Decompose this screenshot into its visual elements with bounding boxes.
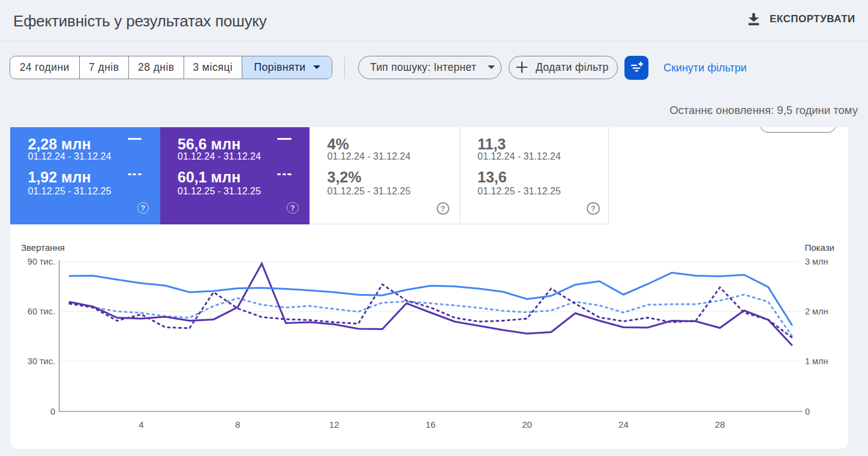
svg-text:Звертання: Звертання <box>21 242 65 253</box>
svg-text:Покази: Покази <box>805 242 834 253</box>
svg-text:3 млн: 3 млн <box>805 257 828 266</box>
svg-text:0: 0 <box>805 407 810 416</box>
svg-text:0: 0 <box>50 407 55 416</box>
svg-text:1 млн: 1 млн <box>805 356 828 366</box>
svg-text:28: 28 <box>715 419 725 430</box>
svg-text:12: 12 <box>329 419 340 430</box>
svg-text:30 тис.: 30 тис. <box>28 356 55 366</box>
svg-text:60 тис.: 60 тис. <box>28 307 55 316</box>
svg-text:16: 16 <box>425 419 435 430</box>
svg-text:4: 4 <box>139 419 143 430</box>
svg-text:2 млн: 2 млн <box>805 307 828 316</box>
svg-text:8: 8 <box>235 419 240 430</box>
svg-text:24: 24 <box>618 419 629 430</box>
svg-text:20: 20 <box>522 419 532 430</box>
svg-text:90 тис.: 90 тис. <box>28 257 55 266</box>
